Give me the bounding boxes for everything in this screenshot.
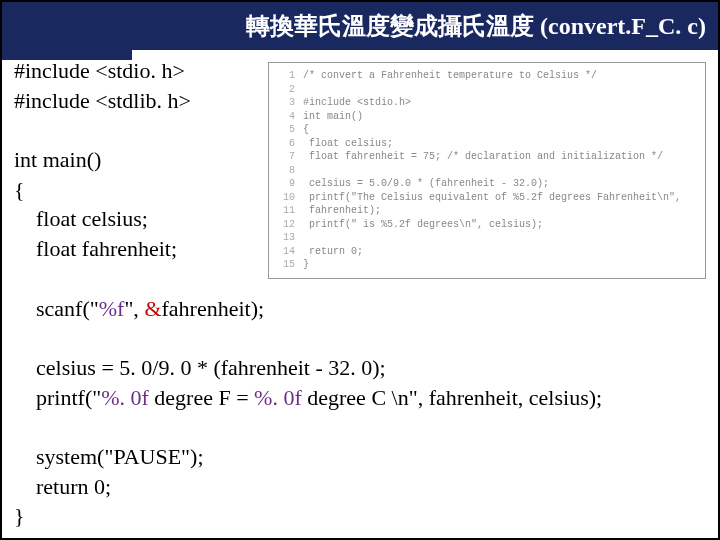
code-line: } (14, 501, 706, 531)
snip-line: { (303, 124, 309, 135)
snip-line: /* convert a Fahrenheit temperature to C… (303, 70, 597, 81)
snip-line: return 0; (303, 246, 363, 257)
snip-line: printf(" is %5.2f degrees\n", celsius); (303, 219, 543, 230)
content-area: 1/* convert a Fahrenheit temperature to … (14, 56, 706, 526)
code-line: system("PAUSE"); (14, 442, 706, 472)
code-line: scanf("%f", &fahrenheit); (14, 294, 706, 324)
snip-line: int main() (303, 111, 363, 122)
snip-line: celsius = 5.0/9.0 * (fahrenheit - 32.0); (303, 178, 549, 189)
slide-title: 轉換華氏溫度變成攝氏溫度 (convert.F_C. c) (246, 10, 706, 42)
snip-line: printf("The Celsius equivalent of %5.2f … (303, 192, 681, 203)
code-snippet-image: 1/* convert a Fahrenheit temperature to … (268, 62, 706, 279)
snip-line: float celsius; (303, 138, 393, 149)
title-bar: 轉換華氏溫度變成攝氏溫度 (convert.F_C. c) (2, 2, 718, 50)
code-line: printf("%. 0f degree F = %. 0f degree C … (14, 383, 706, 413)
snip-line: #include <stdio.h> (303, 97, 411, 108)
snip-line: fahrenheit); (303, 205, 381, 216)
slide: 轉換華氏溫度變成攝氏溫度 (convert.F_C. c) 1/* conver… (0, 0, 720, 540)
code-line: return 0; (14, 472, 706, 502)
snip-line: float fahrenheit = 75; /* declaration an… (303, 151, 663, 162)
code-line: celsius = 5. 0/9. 0 * (fahrenheit - 32. … (14, 353, 706, 383)
snip-line: } (303, 259, 309, 270)
